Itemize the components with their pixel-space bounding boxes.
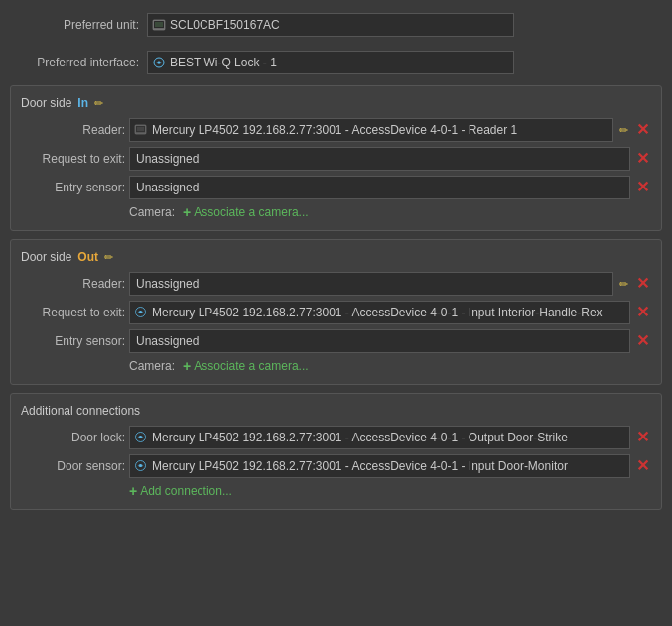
in-rex-row: Request to exit: Unassigned ✕ xyxy=(21,147,651,171)
in-add-camera-button[interactable]: + Associate a camera... xyxy=(183,204,309,220)
add-connection-row: + Add connection... xyxy=(21,483,651,499)
in-entry-label: Entry sensor: xyxy=(21,181,125,194)
in-rex-select[interactable]: Unassigned xyxy=(129,147,630,171)
out-entry-row: Entry sensor: Unassigned ✕ xyxy=(21,329,651,353)
additional-connections-header: Additional connections xyxy=(21,404,651,418)
door-side-in-header: Door side In ✏ xyxy=(21,96,651,110)
door-lock-row: Door lock: Mercury LP4502 192.168.2.77:3… xyxy=(21,426,651,449)
preferred-interface-select[interactable]: BEST Wi-Q Lock - 1 xyxy=(147,51,514,74)
in-reader-remove-button[interactable]: ✕ xyxy=(634,120,651,140)
door-side-out-label: Out xyxy=(77,250,98,264)
in-camera-plus-icon: + xyxy=(183,204,191,220)
out-entry-label: Entry sensor: xyxy=(21,334,125,348)
door-lock-select[interactable]: Mercury LP4502 192.168.2.77:3001 - Acces… xyxy=(129,426,630,449)
in-reader-select[interactable]: Mercury LP4502 192.168.2.77:3001 - Acces… xyxy=(129,118,613,142)
add-connection-btn-label: Add connection... xyxy=(140,484,232,498)
out-rex-select-wrap: Mercury LP4502 192.168.2.77:3001 - Acces… xyxy=(129,301,630,324)
out-camera-btn-label: Associate a camera... xyxy=(194,359,308,373)
door-side-out-edit-icon[interactable]: ✏ xyxy=(104,251,113,264)
out-camera-plus-icon: + xyxy=(183,358,191,374)
out-reader-select-wrap: Unassigned xyxy=(129,272,613,296)
door-sensor-remove-button[interactable]: ✕ xyxy=(634,456,651,476)
preferred-unit-row: Preferred unit: SCL0CBF150167AC xyxy=(10,10,662,40)
add-connection-button[interactable]: + Add connection... xyxy=(129,483,232,499)
door-side-in-title: Door side xyxy=(21,96,71,110)
in-entry-remove-button[interactable]: ✕ xyxy=(634,178,651,197)
in-camera-row: Camera: + Associate a camera... xyxy=(21,204,651,220)
in-entry-select[interactable]: Unassigned xyxy=(129,176,630,199)
preferred-unit-label: Preferred unit: xyxy=(10,18,139,32)
out-entry-select-wrap: Unassigned xyxy=(129,329,630,353)
in-reader-row: Reader: Mercury LP4502 192.168.2.77:3001… xyxy=(21,118,651,142)
in-camera-label: Camera: xyxy=(129,205,175,219)
add-connection-plus-icon: + xyxy=(129,483,137,499)
preferred-interface-label: Preferred interface: xyxy=(10,56,139,69)
preferred-unit-select[interactable]: SCL0CBF150167AC xyxy=(147,13,514,37)
in-entry-select-wrap: Unassigned xyxy=(129,176,630,199)
out-rex-remove-button[interactable]: ✕ xyxy=(634,303,651,322)
in-rex-select-wrap: Unassigned xyxy=(129,147,630,171)
door-side-out-section: Door side Out ✏ Reader: Unassigned ✏ ✕ R… xyxy=(10,239,662,385)
preferred-interface-select-wrap: BEST Wi-Q Lock - 1 xyxy=(147,51,514,74)
door-side-in-label: In xyxy=(77,96,88,110)
in-reader-label: Reader: xyxy=(21,123,125,137)
in-entry-row: Entry sensor: Unassigned ✕ xyxy=(21,176,651,199)
out-reader-remove-button[interactable]: ✕ xyxy=(634,274,651,294)
in-rex-label: Request to exit: xyxy=(21,152,125,166)
door-sensor-label: Door sensor: xyxy=(21,459,125,473)
out-rex-select[interactable]: Mercury LP4502 192.168.2.77:3001 - Acces… xyxy=(129,301,630,324)
door-lock-label: Door lock: xyxy=(21,431,125,444)
out-entry-remove-button[interactable]: ✕ xyxy=(634,331,651,351)
additional-connections-title: Additional connections xyxy=(21,404,140,418)
additional-connections-section: Additional connections Door lock: Mercur… xyxy=(10,393,662,510)
door-side-out-title: Door side xyxy=(21,250,71,264)
door-side-in-edit-icon[interactable]: ✏ xyxy=(94,97,103,110)
out-reader-label: Reader: xyxy=(21,277,125,291)
in-reader-select-wrap: Mercury LP4502 192.168.2.77:3001 - Acces… xyxy=(129,118,613,142)
out-add-camera-button[interactable]: + Associate a camera... xyxy=(183,358,309,374)
out-camera-label: Camera: xyxy=(129,359,175,373)
out-reader-row: Reader: Unassigned ✏ ✕ xyxy=(21,272,651,296)
door-sensor-row: Door sensor: Mercury LP4502 192.168.2.77… xyxy=(21,454,651,478)
in-camera-btn-label: Associate a camera... xyxy=(194,205,308,219)
out-rex-label: Request to exit: xyxy=(21,306,125,319)
preferred-interface-row: Preferred interface: BEST Wi-Q Lock - 1 xyxy=(10,48,662,77)
out-reader-edit-button[interactable]: ✏ xyxy=(617,276,630,293)
door-lock-select-wrap: Mercury LP4502 192.168.2.77:3001 - Acces… xyxy=(129,426,630,449)
door-side-in-section: Door side In ✏ Reader: Mercury LP4502 19… xyxy=(10,85,662,231)
door-sensor-select[interactable]: Mercury LP4502 192.168.2.77:3001 - Acces… xyxy=(129,454,630,478)
door-lock-remove-button[interactable]: ✕ xyxy=(634,428,651,447)
out-camera-row: Camera: + Associate a camera... xyxy=(21,358,651,374)
in-rex-remove-button[interactable]: ✕ xyxy=(634,149,651,169)
out-rex-row: Request to exit: Mercury LP4502 192.168.… xyxy=(21,301,651,324)
out-entry-select[interactable]: Unassigned xyxy=(129,329,630,353)
in-reader-edit-button[interactable]: ✏ xyxy=(617,122,630,139)
preferred-unit-select-wrap: SCL0CBF150167AC xyxy=(147,13,514,37)
door-sensor-select-wrap: Mercury LP4502 192.168.2.77:3001 - Acces… xyxy=(129,454,630,478)
door-side-out-header: Door side Out ✏ xyxy=(21,250,651,264)
out-reader-select[interactable]: Unassigned xyxy=(129,272,613,296)
